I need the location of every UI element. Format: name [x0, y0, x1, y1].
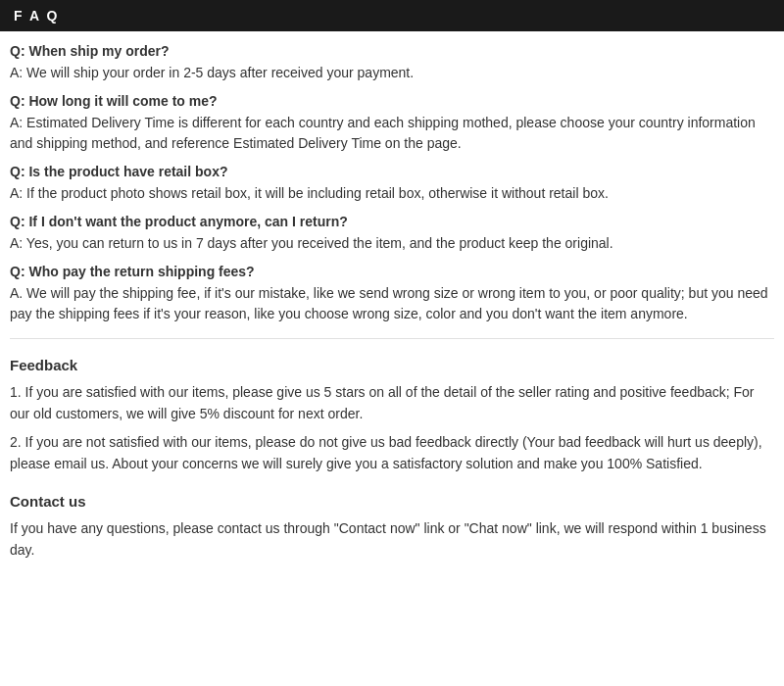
- faq-item-3: Q: Is the product have retail box? A: If…: [10, 164, 774, 204]
- faq-answer-4: A: Yes, you can return to us in 7 days a…: [10, 233, 774, 254]
- faq-question-4: Q: If I don't want the product anymore, …: [10, 214, 774, 229]
- faq-answer-3: A: If the product photo shows retail box…: [10, 183, 774, 204]
- feedback-section: Feedback 1. If you are satisfied with ou…: [10, 357, 774, 475]
- feedback-title: Feedback: [10, 357, 774, 373]
- feedback-point-2: 2. If you are not satisfied with our ite…: [10, 431, 774, 475]
- faq-list: Q: When ship my order? A: We will ship y…: [10, 43, 774, 324]
- divider: [10, 338, 774, 339]
- feedback-point-1: 1. If you are satisfied with our items, …: [10, 381, 774, 425]
- contact-section: Contact us If you have any questions, pl…: [10, 493, 774, 562]
- faq-item-5: Q: Who pay the return shipping fees? A. …: [10, 264, 774, 324]
- contact-title: Contact us: [10, 493, 774, 510]
- faq-header: F A Q: [0, 0, 784, 31]
- faq-item-2: Q: How long it will come to me? A: Estim…: [10, 93, 774, 154]
- faq-answer-2: A: Estimated Delivery Time is different …: [10, 113, 774, 154]
- faq-answer-1: A: We will ship your order in 2-5 days a…: [10, 63, 774, 83]
- faq-question-3: Q: Is the product have retail box?: [10, 164, 774, 179]
- faq-answer-5: A. We will pay the shipping fee, if it's…: [10, 283, 774, 324]
- faq-item-4: Q: If I don't want the product anymore, …: [10, 214, 774, 254]
- faq-question-2: Q: How long it will come to me?: [10, 93, 774, 109]
- faq-question-5: Q: Who pay the return shipping fees?: [10, 264, 774, 279]
- faq-item-1: Q: When ship my order? A: We will ship y…: [10, 43, 774, 83]
- contact-text: If you have any questions, please contac…: [10, 517, 774, 562]
- faq-question-1: Q: When ship my order?: [10, 43, 774, 59]
